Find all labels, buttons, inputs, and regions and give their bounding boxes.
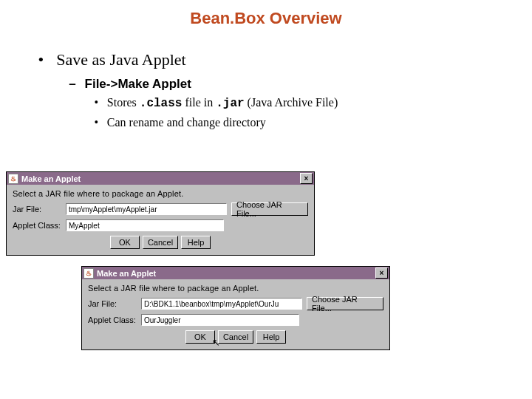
bullet-lvl3b: Can rename and change directory — [89, 116, 532, 129]
jar-file-input[interactable] — [66, 203, 227, 215]
slide-title: Bean.Box Overview — [0, 9, 532, 28]
ok-button[interactable]: OK — [110, 236, 140, 249]
java-icon: ♨ — [83, 268, 94, 279]
dialog-title: Make an Applet — [21, 174, 300, 183]
dialog-title: Make an Applet — [97, 269, 375, 278]
help-button[interactable]: Help — [181, 236, 211, 249]
dialog-instruction: Select a JAR file where to package an Ap… — [13, 189, 308, 198]
bullet-lvl3a: Stores .class file in .jar (Java Archive… — [89, 96, 532, 110]
close-button[interactable]: × — [375, 267, 388, 279]
bullet-lvl1-text: Save as Java Applet — [56, 50, 185, 69]
code-jar: .jar — [216, 97, 244, 110]
dialog-instruction: Select a JAR file where to package an Ap… — [88, 284, 383, 293]
applet-class-label: Applet Class: — [88, 316, 141, 324]
jar-file-input[interactable] — [141, 298, 302, 310]
close-button[interactable]: × — [300, 173, 313, 184]
java-icon: ♨ — [8, 174, 18, 184]
bullet-lvl2: File->Make Applet Stores .class file in … — [64, 77, 532, 129]
cancel-button[interactable]: Cancel — [143, 236, 178, 249]
cancel-button[interactable]: Cancel — [218, 330, 253, 344]
code-class: .class — [140, 97, 183, 110]
jar-file-label: Jar File: — [13, 205, 66, 214]
applet-class-input[interactable] — [66, 219, 224, 231]
dialog-titlebar[interactable]: ♨ Make an Applet × — [7, 172, 314, 185]
dialog-titlebar[interactable]: ♨ Make an Applet × — [82, 267, 389, 279]
applet-class-label: Applet Class: — [13, 221, 66, 230]
help-button[interactable]: Help — [256, 330, 286, 344]
ok-button[interactable]: OK — [185, 330, 215, 344]
jar-file-label: Jar File: — [88, 299, 141, 308]
bullet-lvl1: Save as Java Applet File->Make Applet St… — [30, 50, 532, 129]
applet-class-input[interactable] — [141, 314, 299, 326]
choose-jar-button[interactable]: Choose JAR File... — [307, 297, 383, 310]
bullet-lvl2-text: File->Make Applet — [85, 77, 191, 91]
make-applet-dialog-1: ♨ Make an Applet × Select a JAR file whe… — [6, 171, 315, 256]
slide-content: Save as Java Applet File->Make Applet St… — [30, 50, 532, 129]
choose-jar-button[interactable]: Choose JAR File... — [231, 202, 308, 216]
make-applet-dialog-2: ♨ Make an Applet × Select a JAR file whe… — [81, 266, 390, 350]
